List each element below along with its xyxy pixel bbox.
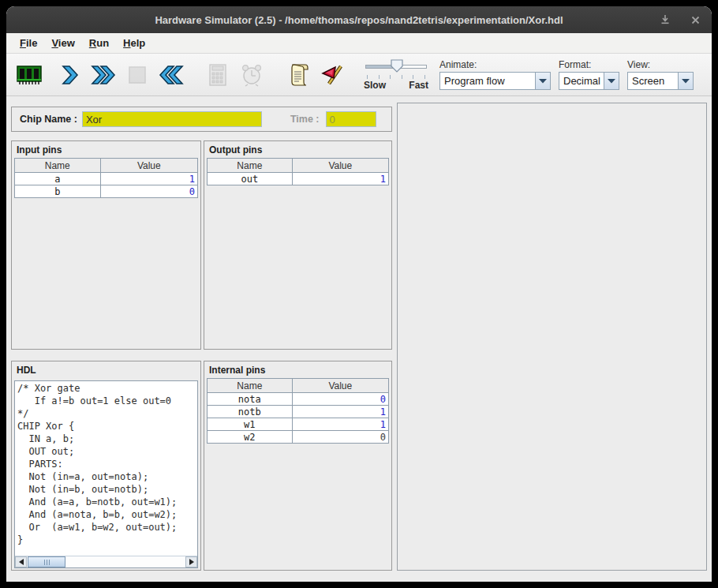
chip-name-bar: Chip Name : Time : [11, 107, 392, 132]
table-row[interactable]: out 1 [208, 172, 388, 185]
time-input [326, 111, 376, 127]
internal-pins-table: Name Value nota 0 notb 1 w1 1 w2 0 [207, 378, 389, 444]
pin-value: 1 [293, 406, 386, 418]
pin-name: b [15, 185, 100, 197]
pin-name: w1 [208, 418, 292, 430]
table-row[interactable]: b 0 [15, 185, 197, 197]
animate-value: Program flow [440, 73, 535, 89]
stop-icon [127, 65, 148, 85]
toolbar: Slow Fast Animate: Program flow Format: … [6, 54, 712, 96]
load-chip-button[interactable] [14, 60, 44, 90]
chip-icon [16, 63, 43, 87]
alarm-clock-icon [240, 63, 264, 87]
menu-help[interactable]: Help [116, 34, 152, 52]
menu-view[interactable]: View [44, 34, 81, 52]
slider-fast-label: Fast [409, 80, 428, 91]
slider-thumb[interactable] [391, 59, 403, 73]
step-forward-icon [59, 64, 80, 86]
slider-ticks [367, 75, 425, 79]
pin-name: a [15, 173, 100, 185]
table-header: Name Value [208, 159, 388, 172]
fast-forward-icon [90, 64, 117, 86]
format-value: Decimal [559, 73, 604, 89]
breakpoint-flag-icon [320, 62, 345, 88]
table-row[interactable]: nota 0 [208, 392, 388, 405]
title-bar: Hardware Simulator (2.5) - /home/thomas/… [6, 6, 712, 33]
pin-name: notb [208, 406, 292, 418]
table-row[interactable]: w2 0 [208, 430, 388, 443]
view-group: View: Screen [627, 59, 694, 90]
menu-run[interactable]: Run [82, 34, 116, 52]
menu-file[interactable]: File [13, 34, 44, 52]
calculator-button [203, 60, 233, 90]
script-scroll-icon [286, 62, 310, 88]
calculator-icon [207, 63, 229, 87]
hdl-horizontal-scrollbar[interactable] [15, 556, 197, 567]
hdl-panel: HDL /* Xor gate If a!=b out=1 else out=0… [11, 361, 201, 571]
view-script-button[interactable] [283, 60, 313, 90]
table-header: Name Value [15, 159, 197, 172]
input-pins-panel: Input pins Name Value a 1 b 0 [11, 140, 201, 350]
app-window: Hardware Simulator (2.5) - /home/thomas/… [6, 6, 712, 582]
hdl-title: HDL [12, 361, 200, 378]
clock-button [237, 60, 267, 90]
minimize-icon[interactable] [656, 11, 674, 28]
internal-pins-title: Internal pins [204, 361, 391, 378]
stop-button [122, 60, 152, 90]
pin-value: 0 [293, 431, 386, 443]
pin-name: nota [208, 393, 292, 405]
format-label: Format: [559, 59, 619, 70]
scrollbar-track[interactable] [27, 556, 185, 567]
hdl-viewer: /* Xor gate If a!=b out=1 else out=0 */ … [14, 380, 198, 568]
chip-name-label: Chip Name : [20, 114, 77, 125]
format-dropdown-arrow-icon[interactable] [604, 73, 619, 89]
animate-label: Animate: [439, 59, 551, 70]
pin-value: 0 [293, 393, 386, 405]
internal-pins-panel: Internal pins Name Value nota 0 notb 1 w… [204, 361, 392, 571]
scrollbar-thumb[interactable] [28, 556, 65, 567]
view-select[interactable]: Screen [627, 72, 694, 90]
scroll-left-icon[interactable] [15, 556, 27, 567]
reset-button[interactable] [156, 60, 186, 90]
rewind-icon [158, 64, 185, 86]
slider-fill [366, 66, 394, 68]
view-label: View: [627, 59, 694, 70]
animate-group: Animate: Program flow [439, 59, 551, 90]
scroll-right-icon[interactable] [185, 556, 197, 567]
format-group: Format: Decimal [559, 59, 619, 90]
pin-value: 1 [293, 173, 386, 185]
window-title: Hardware Simulator (2.5) - /home/thomas/… [155, 14, 563, 26]
animate-dropdown-arrow-icon[interactable] [535, 73, 550, 89]
table-header: Name Value [208, 379, 388, 392]
main-content: Chip Name : Time : Input pins Name Value… [6, 96, 712, 582]
table-row[interactable]: w1 1 [208, 418, 388, 430]
pin-name: w2 [208, 431, 292, 443]
run-button[interactable] [88, 60, 118, 90]
hdl-code: /* Xor gate If a!=b out=1 else out=0 */ … [15, 381, 197, 546]
pin-name: out [208, 173, 292, 185]
menu-bar: File View Run Help [6, 33, 712, 54]
single-step-button[interactable] [54, 60, 84, 90]
output-pins-table: Name Value out 1 [207, 158, 389, 185]
slider-slow-label: Slow [364, 80, 386, 91]
input-pins-table: Name Value a 1 b 0 [14, 158, 198, 198]
pin-value[interactable]: 1 [101, 173, 195, 185]
view-dropdown-arrow-icon[interactable] [678, 73, 693, 89]
view-value: Screen [628, 73, 678, 89]
chip-name-input[interactable] [82, 111, 262, 127]
screen-view-panel [397, 103, 707, 571]
input-pins-title: Input pins [12, 141, 200, 158]
format-select[interactable]: Decimal [559, 72, 619, 90]
window-controls [656, 6, 704, 33]
output-pins-title: Output pins [204, 141, 391, 158]
output-pins-panel: Output pins Name Value out 1 [204, 140, 392, 350]
pin-value: 1 [293, 418, 386, 430]
speed-slider: Slow Fast [364, 58, 428, 92]
breakpoints-button[interactable] [317, 60, 347, 90]
table-row[interactable]: notb 1 [208, 405, 388, 418]
close-icon[interactable] [686, 11, 704, 28]
time-label: Time : [290, 114, 320, 125]
pin-value[interactable]: 0 [101, 185, 195, 197]
animate-select[interactable]: Program flow [439, 72, 551, 90]
table-row[interactable]: a 1 [15, 172, 197, 185]
